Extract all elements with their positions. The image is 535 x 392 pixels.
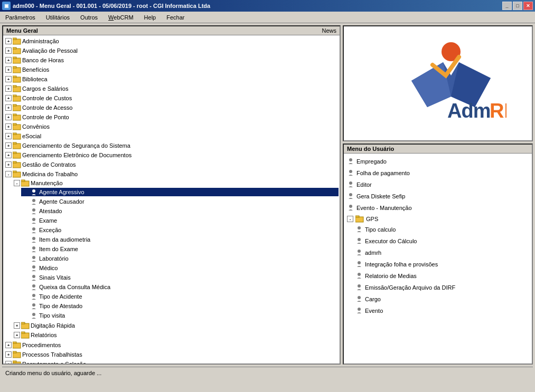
- list-item: Empregado: [346, 156, 530, 167]
- tree-row-laboratorio[interactable]: Laboratório: [21, 254, 339, 263]
- close-button[interactable]: ✕: [523, 2, 533, 10]
- leaf-icon: [30, 274, 38, 281]
- tree-row-beneficios[interactable]: + Benefícios: [4, 65, 339, 74]
- tree-row-tipo-acidente[interactable]: Tipo de Acidente: [21, 292, 339, 301]
- menu-utilitarios[interactable]: Utilitários: [43, 13, 73, 22]
- list-item: Integração folha e provisões: [354, 259, 530, 270]
- person-icon: [347, 157, 354, 166]
- menu-label: Tipo calculo: [365, 226, 396, 233]
- tree-row-administracao[interactable]: + Administração: [4, 37, 339, 45]
- user-menu-cargo[interactable]: Cargo: [354, 294, 530, 304]
- expand-custos[interactable]: +: [5, 95, 12, 101]
- user-menu-evento[interactable]: Evento: [354, 305, 530, 316]
- expand-recrutamento[interactable]: +: [5, 361, 12, 364]
- expand-manutencao[interactable]: -: [14, 180, 20, 186]
- expand-beneficios[interactable]: +: [5, 66, 12, 73]
- tree-row-biblioteca[interactable]: + Biblioteca: [4, 75, 339, 83]
- expand-acesso[interactable]: +: [5, 104, 12, 111]
- tree-row-gestao[interactable]: + Gestão de Contratos: [4, 160, 339, 169]
- minimize-button[interactable]: _: [502, 2, 512, 10]
- svg-rect-11: [13, 85, 16, 87]
- tree-row-item-audio[interactable]: Item da audiometria: [21, 235, 339, 244]
- tree-row-gerenc-seg[interactable]: + Gerenciamento de Segurança do Sistema: [4, 141, 339, 150]
- tree-row-medico[interactable]: Médico: [21, 264, 339, 272]
- tree-row-sinais[interactable]: Sinais Vitais: [21, 273, 339, 282]
- tree-row-banco[interactable]: + Banco de Horas: [4, 56, 339, 64]
- menu-parametros[interactable]: Parâmetros: [2, 13, 39, 22]
- expand-procedimentos[interactable]: +: [5, 342, 12, 348]
- expand-gps[interactable]: -: [347, 216, 353, 222]
- user-menu-editor[interactable]: Editor: [346, 179, 530, 190]
- logo-area: Adm RH: [343, 25, 533, 141]
- user-menu-gps[interactable]: - GPS: [346, 214, 530, 224]
- tree-row-agente-causador[interactable]: Agente Causador: [21, 197, 339, 206]
- menu-help[interactable]: Help: [141, 13, 159, 22]
- expand-biblioteca[interactable]: +: [5, 76, 12, 82]
- tree-row-relatorios[interactable]: + Relatórios: [13, 331, 339, 339]
- tree-row-medicina[interactable]: - Medicina do Trabalho: [4, 170, 339, 178]
- list-item: Item da audiometria: [21, 235, 339, 244]
- svg-point-41: [32, 275, 35, 278]
- tree-row-excecao[interactable]: Exceção: [21, 226, 339, 234]
- tree-row-item-exame[interactable]: Item do Exame: [21, 245, 339, 253]
- expand-relatorios[interactable]: +: [14, 332, 20, 338]
- user-menu-integracao[interactable]: Integração folha e provisões: [354, 259, 530, 270]
- expand-esocial[interactable]: +: [5, 133, 12, 139]
- expand-avaliacao[interactable]: +: [5, 47, 12, 54]
- expand-banco[interactable]: +: [5, 57, 12, 63]
- svg-rect-51: [13, 342, 16, 343]
- tree-row-exame[interactable]: Exame: [21, 216, 339, 225]
- tree-container[interactable]: + Administração + Avaliação de Pessoal: [3, 35, 340, 364]
- maximize-button[interactable]: □: [513, 2, 522, 10]
- tree-row-ponto[interactable]: + Controle de Ponto: [4, 113, 339, 121]
- user-menu-executor[interactable]: Executor do Cálculo: [354, 236, 530, 246]
- expand-digitacao[interactable]: +: [14, 322, 20, 329]
- list-item: Exame: [21, 216, 339, 225]
- tree-row-recrutamento[interactable]: + Recrutamento e Seleção: [4, 360, 339, 364]
- user-menu-admrh[interactable]: admrh: [354, 247, 530, 258]
- tree-row-processos[interactable]: + Processos Trabalhistas: [4, 350, 339, 359]
- tree-row-avaliacao[interactable]: + Avaliação de Pessoal: [4, 46, 339, 55]
- list-item: + Convênios: [4, 122, 339, 131]
- tree-row-agente-agressivo[interactable]: Agente Agressivo: [21, 188, 339, 196]
- folder-icon: [13, 113, 21, 121]
- expand-gerenc-seg[interactable]: +: [5, 142, 12, 149]
- expand-cargos[interactable]: +: [5, 85, 12, 92]
- folder-icon: [355, 215, 364, 223]
- expand-gestao[interactable]: +: [5, 161, 12, 168]
- user-menu-diskete[interactable]: Gera Diskete Sefip: [346, 191, 530, 202]
- list-item: Executor do Cálculo: [354, 235, 530, 247]
- user-menu-relatorio-medias[interactable]: Relatorio de Medias: [354, 271, 530, 281]
- tree-row-manutencao[interactable]: - Manutenção: [13, 179, 339, 187]
- user-menu-emissao-dirf[interactable]: Emissão/Geração Arquivo da DIRF: [354, 282, 530, 293]
- tree-row-gerenc-elet[interactable]: + Gerenciamento Eletrônico de Documentos: [4, 151, 339, 159]
- user-menu-empregado[interactable]: Empregado: [346, 156, 530, 167]
- list-item: - Medicina do Trabalho - Manutenção: [4, 169, 339, 340]
- expand-convenios[interactable]: +: [5, 123, 12, 130]
- user-menu-tipo-calc[interactable]: Tipo calculo: [354, 224, 530, 235]
- tree-row-cargos[interactable]: + Cargos e Salários: [4, 84, 339, 93]
- expand-ponto[interactable]: +: [5, 114, 12, 120]
- tree-row-acesso[interactable]: + Controle de Acesso: [4, 103, 339, 112]
- menu-outros[interactable]: Outros: [77, 13, 101, 22]
- tree-row-atestado[interactable]: Atestado: [21, 207, 339, 215]
- tree-row-queixa[interactable]: Queixa da Consulta Médica: [21, 283, 339, 291]
- tree-row-tipo-atestado[interactable]: Tipo de Atestado: [21, 302, 339, 310]
- expand-processos[interactable]: +: [5, 351, 12, 358]
- tree-row-tipo-visita[interactable]: Tipo visita: [21, 311, 339, 320]
- tree-row-procedimentos[interactable]: + Procedimentos: [4, 341, 339, 349]
- expand-administracao[interactable]: +: [5, 38, 12, 44]
- user-menu-tree[interactable]: Empregado Folha de pagamento: [344, 154, 532, 364]
- user-menu-evento-manut[interactable]: Evento - Manutenção: [346, 203, 530, 213]
- user-menu-folha[interactable]: Folha de pagamento: [346, 168, 530, 178]
- svg-point-76: [358, 226, 361, 230]
- expand-gerenc-elet[interactable]: +: [5, 152, 12, 158]
- menu-fechar[interactable]: Fechar: [163, 13, 187, 22]
- tree-row-digitacao[interactable]: + Digitação Rápida: [13, 321, 339, 330]
- expand-medicina[interactable]: -: [5, 171, 12, 177]
- tree-row-convenios[interactable]: + Convênios: [4, 122, 339, 131]
- menu-webcrm[interactable]: WebCRM: [105, 13, 136, 22]
- tree-row-esocial[interactable]: + eSocial: [4, 132, 339, 140]
- tree-row-custos[interactable]: + Controle de Custos: [4, 94, 339, 102]
- folder-icon: [13, 351, 21, 358]
